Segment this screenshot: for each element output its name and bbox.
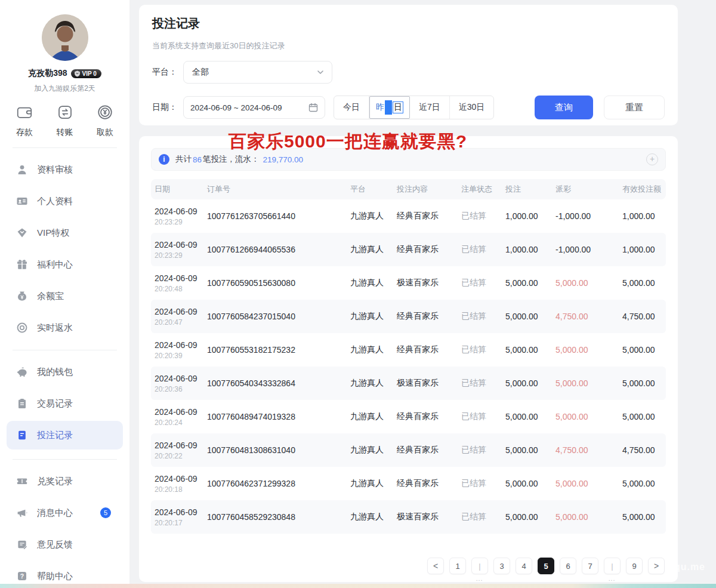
range-近7日[interactable]: 近7日 bbox=[410, 96, 450, 119]
pagination: <1|...34567|...9> bbox=[427, 558, 665, 574]
cell-valid-amount: 1,000.00 bbox=[622, 211, 662, 221]
cell-bet-amount: 1,000.00 bbox=[505, 245, 555, 254]
sidebar-item-label: 帮助中心 bbox=[37, 571, 73, 582]
jump-pages-button[interactable]: |... bbox=[604, 558, 621, 574]
id-card-icon bbox=[16, 195, 28, 207]
sidebar-item-余额宝[interactable]: 余额宝 bbox=[7, 287, 123, 306]
username: 克孜勒398 bbox=[28, 68, 67, 79]
table-row: 2024-06-0920:20:22 1007760481308631040 九… bbox=[151, 433, 666, 467]
sidebar-item-VIP特权[interactable]: VIP特权 bbox=[7, 223, 123, 242]
sidebar-item-个人资料[interactable]: 个人资料 bbox=[7, 192, 123, 211]
sidebar-item-我的钱包[interactable]: 我的钱包 bbox=[7, 362, 123, 381]
cell-status: 已结算 bbox=[461, 278, 505, 288]
range-今日[interactable]: 今日 bbox=[334, 96, 369, 119]
vip-shield-icon bbox=[74, 70, 81, 77]
query-button[interactable]: 查询 bbox=[535, 96, 593, 119]
cell-payout: 5,000.00 bbox=[555, 412, 622, 421]
page-button-3[interactable]: 3 bbox=[493, 558, 510, 574]
unread-count-badge: 5 bbox=[100, 507, 111, 518]
date-range-input[interactable]: 2024-06-09 ~ 2024-06-09 bbox=[183, 96, 325, 119]
quick-action-取款[interactable]: 取款 bbox=[96, 103, 114, 138]
sidebar-item-帮助中心[interactable]: ? 帮助中心 bbox=[7, 567, 123, 586]
sidebar-item-label: 兑奖记录 bbox=[37, 476, 73, 487]
sidebar-item-资料审核[interactable]: 资料审核 bbox=[7, 160, 123, 179]
sidebar-item-label: 我的钱包 bbox=[37, 367, 73, 378]
table-row: 2024-06-0920:23:29 1007761266944065536 九… bbox=[151, 233, 666, 266]
cell-status: 已结算 bbox=[461, 512, 505, 522]
svg-text:?: ? bbox=[20, 572, 24, 580]
prev-page-button[interactable]: < bbox=[427, 558, 444, 574]
cell-bet-amount: 1,000.00 bbox=[505, 211, 555, 221]
cell-bet-amount: 5,000.00 bbox=[505, 412, 555, 421]
cell-date: 2024-06-0920:20:22 bbox=[155, 441, 207, 460]
page-button-6[interactable]: 6 bbox=[560, 558, 576, 574]
sidebar-item-兑奖记录[interactable]: 兑奖记录 bbox=[7, 472, 123, 491]
vip-badge: VIP 0 bbox=[71, 69, 101, 78]
cell-bet-amount: 5,000.00 bbox=[505, 312, 555, 321]
cell-valid-amount: 5,000.00 bbox=[622, 345, 662, 355]
sidebar-item-label: 意见反馈 bbox=[37, 539, 73, 550]
reset-button[interactable]: 重置 bbox=[604, 96, 665, 119]
cell-order-number: 1007761266944065536 bbox=[207, 245, 350, 254]
prize-ticket-icon bbox=[16, 475, 28, 487]
cell-order-number: 1007760590515630080 bbox=[207, 278, 350, 288]
range-昨日[interactable]: 昨日 bbox=[369, 96, 410, 119]
table-row: 2024-06-0920:20:47 1007760584237015040 九… bbox=[151, 300, 666, 333]
page-button-1[interactable]: 1 bbox=[449, 558, 466, 574]
cell-status: 已结算 bbox=[461, 378, 505, 389]
jump-pages-button[interactable]: |... bbox=[471, 558, 488, 574]
cell-order-number: 1007760540343332864 bbox=[207, 378, 350, 388]
sidebar-item-实时返水[interactable]: 实时返水 bbox=[7, 318, 123, 337]
sidebar-item-消息中心[interactable]: 消息中心5 bbox=[7, 503, 123, 522]
table-row: 2024-06-0920:20:39 1007760553182175232 九… bbox=[151, 333, 666, 367]
sidebar-item-交易记录[interactable]: 交易记录 bbox=[7, 394, 123, 413]
sidebar-item-福利中心[interactable]: 福利中心 bbox=[7, 255, 123, 274]
sidebar-item-意见反馈[interactable]: 意见反馈 bbox=[7, 535, 123, 554]
cell-platform: 九游真人 bbox=[350, 512, 397, 522]
cell-bet-content: 经典百家乐 bbox=[397, 445, 461, 455]
cell-status: 已结算 bbox=[461, 211, 505, 221]
platform-select[interactable]: 全部 bbox=[183, 61, 332, 84]
withdraw-coin-icon bbox=[96, 103, 114, 124]
cell-payout: 5,000.00 bbox=[555, 278, 622, 288]
next-page-button[interactable]: > bbox=[648, 558, 665, 574]
sidebar-item-投注记录[interactable]: 投注记录 bbox=[7, 421, 123, 450]
page-button-5[interactable]: 5 bbox=[538, 558, 554, 574]
filter-card: 投注记录 当前系统支持查询最近30日的投注记录 平台： 全部 日期： 2024-… bbox=[139, 5, 678, 125]
summary-middle: 笔投注，流水： bbox=[203, 154, 260, 165]
column-header-订单号: 订单号 bbox=[207, 184, 350, 195]
page-button-7[interactable]: 7 bbox=[582, 558, 598, 574]
page-button-4[interactable]: 4 bbox=[516, 558, 532, 574]
cell-platform: 九游真人 bbox=[350, 311, 397, 322]
cell-order-number: 1007760481308631040 bbox=[207, 445, 350, 455]
cell-payout: 5,000.00 bbox=[555, 345, 622, 355]
quick-action-存款[interactable]: 存款 bbox=[16, 103, 33, 138]
cell-payout: -1,000.00 bbox=[555, 245, 622, 254]
cell-status: 已结算 bbox=[461, 311, 505, 322]
piggy-wallet-icon bbox=[16, 366, 28, 378]
expand-plus-icon[interactable]: + bbox=[646, 153, 658, 165]
cell-valid-amount: 5,000.00 bbox=[622, 512, 662, 522]
quick-action-转账[interactable]: 转账 bbox=[56, 103, 74, 138]
page-button-9[interactable]: 9 bbox=[626, 558, 643, 574]
platform-label: 平台： bbox=[152, 67, 177, 78]
cell-bet-content: 经典百家乐 bbox=[397, 311, 461, 322]
cell-date: 2024-06-0920:20:48 bbox=[155, 273, 207, 293]
range-近30日[interactable]: 近30日 bbox=[450, 96, 494, 119]
quick-action-label: 转账 bbox=[57, 127, 73, 138]
calendar-icon bbox=[308, 103, 318, 112]
quick-action-label: 取款 bbox=[97, 127, 113, 138]
avatar[interactable] bbox=[42, 14, 88, 61]
cell-status: 已结算 bbox=[461, 411, 505, 422]
sidebar: 克孜勒398 VIP 0 加入九游娱乐第2天 存款 转账 取款 资料审核 个人资… bbox=[0, 0, 129, 588]
column-header-派彩: 派彩 bbox=[555, 184, 622, 195]
summary-amount: 219,770.00 bbox=[263, 155, 304, 164]
nav-divider bbox=[13, 459, 117, 460]
column-header-注单状态: 注单状态 bbox=[461, 184, 505, 195]
column-header-有效投注额: 有效投注额 bbox=[622, 184, 662, 195]
gift-icon bbox=[16, 258, 28, 270]
cell-bet-amount: 5,000.00 bbox=[505, 378, 555, 388]
text-selection-cursor bbox=[385, 100, 392, 115]
cell-valid-amount: 5,000.00 bbox=[622, 479, 662, 488]
vip-badge-label: VIP 0 bbox=[82, 70, 97, 77]
